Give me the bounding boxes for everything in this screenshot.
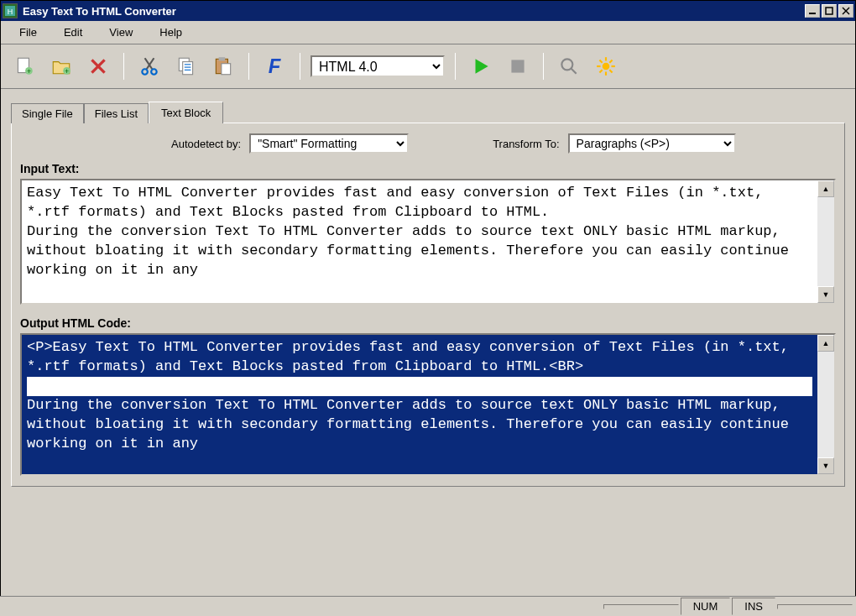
- copy-button[interactable]: [171, 51, 201, 81]
- tab-text-block[interactable]: Text Block: [149, 102, 223, 123]
- menu-help[interactable]: Help: [148, 24, 194, 40]
- autodetect-label: Autodetect by:: [171, 138, 241, 150]
- cut-button[interactable]: [134, 51, 164, 81]
- svg-rect-27: [511, 60, 524, 72]
- svg-text:+: +: [27, 67, 31, 76]
- menu-view[interactable]: View: [97, 24, 144, 40]
- status-numlock: NUM: [681, 598, 731, 615]
- tabs: Single File Files List Text Block: [11, 101, 845, 123]
- svg-text:+: +: [65, 67, 69, 76]
- status-cell-empty2: [777, 604, 853, 609]
- tab-panel: Autodetect by: "Smart" Formatting Transf…: [11, 123, 845, 487]
- svg-text:F: F: [269, 55, 282, 77]
- tab-files-list[interactable]: Files List: [84, 103, 149, 123]
- scroll-up-icon[interactable]: ▲: [817, 180, 834, 197]
- stop-button[interactable]: [503, 51, 533, 81]
- status-cell-empty: [603, 604, 679, 609]
- svg-point-16: [151, 69, 157, 75]
- svg-point-30: [603, 63, 610, 70]
- svg-line-38: [609, 60, 612, 62]
- minimize-button[interactable]: [805, 4, 820, 18]
- settings-button[interactable]: [591, 51, 621, 81]
- svg-rect-18: [183, 62, 193, 75]
- svg-rect-3: [826, 8, 833, 14]
- input-textarea[interactable]: Easy Text To HTML Converter provides fas…: [20, 179, 836, 305]
- preview-button[interactable]: [554, 51, 584, 81]
- output-label: Output HTML Code:: [20, 316, 836, 330]
- transform-select[interactable]: Paragraphs (<P>): [568, 133, 736, 154]
- maximize-button[interactable]: [822, 4, 837, 18]
- scroll-down-icon[interactable]: ▼: [817, 457, 834, 474]
- output-scrollbar[interactable]: ▲ ▼: [817, 335, 834, 474]
- statusbar: NUM INS: [0, 596, 856, 616]
- menubar: File Edit View Help: [1, 21, 855, 44]
- close-button[interactable]: [838, 4, 853, 18]
- input-text-content[interactable]: Easy Text To HTML Converter provides fas…: [22, 180, 817, 303]
- menu-file[interactable]: File: [8, 24, 49, 40]
- format-select[interactable]: HTML 4.0: [311, 55, 445, 77]
- svg-line-36: [609, 70, 612, 72]
- svg-point-15: [142, 69, 148, 75]
- svg-line-37: [599, 70, 602, 72]
- open-file-button[interactable]: +: [46, 51, 76, 81]
- app-icon: H: [3, 3, 18, 18]
- svg-line-29: [571, 68, 577, 74]
- scroll-up-icon[interactable]: ▲: [817, 335, 834, 352]
- status-insert: INS: [732, 598, 775, 615]
- font-button[interactable]: F: [259, 51, 290, 81]
- svg-marker-26: [476, 59, 488, 73]
- run-button[interactable]: [466, 51, 496, 81]
- paste-button[interactable]: [208, 51, 238, 81]
- toolbar: + + F HTML 4.0: [1, 44, 855, 89]
- scroll-down-icon[interactable]: ▼: [817, 286, 834, 303]
- svg-rect-24: [222, 64, 231, 75]
- window-title: Easy Text To HTML Converter: [23, 5, 805, 18]
- svg-line-35: [599, 60, 602, 62]
- autodetect-select[interactable]: "Smart" Formatting: [249, 133, 409, 154]
- new-file-button[interactable]: +: [9, 51, 39, 81]
- titlebar: H Easy Text To HTML Converter: [1, 1, 855, 21]
- delete-button[interactable]: [83, 51, 113, 81]
- menu-edit[interactable]: Edit: [52, 24, 94, 40]
- input-label: Input Text:: [20, 162, 836, 175]
- transform-label: Transform To:: [493, 138, 559, 150]
- output-text-content[interactable]: <P>Easy Text To HTML Converter provides …: [22, 335, 817, 474]
- svg-rect-23: [219, 57, 226, 60]
- output-textarea[interactable]: <P>Easy Text To HTML Converter provides …: [20, 333, 836, 476]
- svg-text:H: H: [8, 8, 13, 16]
- input-scrollbar[interactable]: ▲ ▼: [817, 180, 834, 303]
- tab-single-file[interactable]: Single File: [11, 103, 84, 123]
